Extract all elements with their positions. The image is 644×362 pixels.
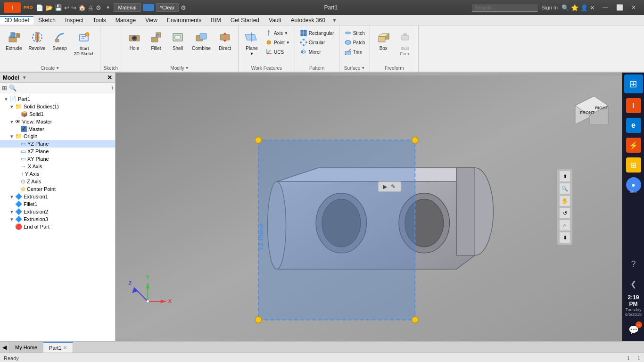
menu-vault[interactable]: Vault — [264, 16, 286, 25]
start2dsketch-btn[interactable]: + Start2D Sketch — [71, 28, 98, 58]
search-icon[interactable]: 🔍 — [561, 4, 569, 11]
save-btn[interactable]: 💾 — [55, 4, 62, 11]
minimize-btn[interactable]: — — [599, 2, 612, 13]
ucs-btn[interactable]: UCS — [263, 47, 292, 57]
sign-in-btn[interactable]: Sign In — [542, 5, 558, 10]
pan-up-btn[interactable]: ⬆ — [559, 171, 570, 182]
menu-manage[interactable]: Manage — [111, 16, 140, 25]
menu-inspect[interactable]: Inspect — [60, 16, 88, 25]
view-expand[interactable]: ▼ — [9, 119, 15, 124]
tree-yzplane[interactable]: ▶ ▭ YZ Plane — [0, 140, 115, 148]
tree-zaxis[interactable]: ▶ ⊙ Z Axis — [0, 178, 115, 185]
modify-group-arrow[interactable]: ▼ — [185, 66, 189, 70]
origin-expand[interactable]: ▼ — [9, 134, 15, 139]
quick-access-dropdown[interactable]: ▼ — [106, 5, 110, 10]
tab-part1[interactable]: Part1 ✕ — [43, 342, 73, 353]
tree-origin[interactable]: ▼ 📁 Origin — [0, 132, 115, 140]
tree-xzplane[interactable]: ▶ ▭ XZ Plane — [0, 148, 115, 155]
new-btn[interactable]: 📄 — [36, 4, 43, 11]
patch-btn[interactable]: Patch — [342, 38, 367, 47]
extrusion3-expand[interactable]: ▼ — [9, 217, 15, 222]
tree-view-master[interactable]: ▼ 👁 View: Master — [0, 118, 115, 125]
search-tree-icon[interactable]: 🔍 — [9, 84, 17, 91]
pan-down-btn[interactable]: ⬇ — [559, 232, 570, 243]
maximize-btn[interactable]: ⬜ — [613, 2, 626, 13]
master-checkbox[interactable]: ✓ — [21, 126, 27, 132]
zoom-btn[interactable]: 🔍 — [559, 183, 570, 194]
home-btn[interactable]: 🏠 — [78, 4, 86, 11]
trim-btn[interactable]: Trim — [342, 47, 367, 57]
display-settings[interactable]: ⚙ — [181, 4, 186, 11]
fillet-btn[interactable]: Fillet — [146, 28, 166, 53]
menu-environments[interactable]: Environments — [162, 16, 206, 25]
flash-icon[interactable]: ⚡ — [624, 136, 643, 155]
menu-tools[interactable]: Tools — [88, 16, 111, 25]
tree-fillet1[interactable]: ▶ 🔷 Fillet1 — [0, 200, 115, 208]
edge-icon[interactable]: e — [624, 116, 643, 135]
print-btn[interactable]: 🖨 — [88, 4, 94, 11]
expand-panel-icon[interactable]: ⟩ — [111, 85, 113, 91]
apps-icon[interactable]: ⊞ — [624, 156, 643, 174]
menu-sketch[interactable]: Sketch — [33, 16, 60, 25]
home-view-btn[interactable]: ⌂ — [559, 220, 570, 231]
tree-centerpoint[interactable]: ▶ ⊕ Center Point — [0, 185, 115, 193]
tree-solid1[interactable]: ▶ 📦 Solid1 — [0, 110, 115, 118]
tree-master[interactable]: ▶ ✓ Master — [0, 125, 115, 132]
viewport[interactable]: YZ Plane ▶ ✎ Z Y X — [116, 73, 622, 341]
solidbodies-expand[interactable]: ▼ — [9, 104, 15, 109]
extrude-btn[interactable]: Extrude — [3, 28, 25, 53]
tree-part1[interactable]: ▼ 📄 Part1 — [0, 95, 115, 103]
plane-btn[interactable]: Plane ▼ — [241, 28, 262, 58]
redo-btn[interactable]: ↪ — [71, 4, 76, 11]
revolve-btn[interactable]: Revolve — [25, 28, 48, 53]
windows-start-btn[interactable]: ⊞ — [624, 74, 643, 93]
extrusion2-expand[interactable]: ▼ — [9, 209, 15, 214]
help-icon[interactable]: ? — [624, 255, 643, 273]
model-panel-dropdown[interactable]: ▼ — [22, 75, 27, 80]
menu-getstarted[interactable]: Get Started — [226, 16, 264, 25]
filter-icon[interactable]: ⊞ — [2, 84, 7, 91]
bookmark-icon[interactable]: ⭐ — [571, 4, 578, 11]
create-group-arrow[interactable]: ▼ — [56, 66, 59, 70]
shell-btn[interactable]: Shell — [167, 28, 188, 53]
rectangular-btn[interactable]: Rectangular — [298, 28, 336, 38]
tree-extrusion3[interactable]: ▼ 🔷 Extrusion3 — [0, 215, 115, 223]
plane-arrow[interactable]: ▼ — [250, 51, 254, 57]
menu-view[interactable]: View — [140, 16, 162, 25]
combine-btn[interactable]: Combine — [189, 28, 214, 53]
clear-dropdown[interactable]: *Clear — [156, 3, 179, 12]
tree-solidbodies[interactable]: ▼ 📁 Solid Bodies(1) — [0, 103, 115, 110]
user-icon[interactable]: 👤 — [580, 4, 588, 11]
circular-btn[interactable]: Circular — [298, 38, 336, 47]
props-btn[interactable]: ⚙ — [96, 4, 101, 11]
chrome-icon[interactable]: ● Sh... — [624, 175, 643, 194]
close-btn[interactable]: ✕ — [627, 2, 640, 13]
undo-btn[interactable]: ↩ — [64, 4, 69, 11]
nav-cube[interactable]: FRONT RIGHT — [570, 82, 613, 124]
mirror-btn[interactable]: Mirror — [298, 47, 336, 57]
tree-endofpart[interactable]: ▶ 🔴 End of Part — [0, 223, 115, 230]
menu-bim[interactable]: BIM — [206, 16, 225, 25]
part1-expand[interactable]: ▼ — [4, 97, 9, 102]
axis-arrow[interactable]: ▼ — [284, 31, 288, 35]
menu-3dmodel[interactable]: 3D Model — [0, 16, 33, 25]
tree-extrusion2[interactable]: ▼ 🔷 Extrusion2 — [0, 208, 115, 215]
tree-extrusion1[interactable]: ▼ 🔷 Extrusion1 — [0, 193, 115, 200]
tab-scroll-left[interactable]: ◀ — [0, 342, 9, 353]
material-dropdown[interactable]: Material — [114, 3, 140, 12]
autodesk-icon[interactable]: I — [624, 96, 643, 115]
axis-btn[interactable]: Axis ▼ — [263, 28, 292, 38]
editform-btn[interactable]: EditForm — [395, 28, 415, 58]
tree-xaxis[interactable]: ▶ → X Axis — [0, 163, 115, 170]
box-btn[interactable]: Box — [373, 28, 394, 53]
chat-btn[interactable]: 💬 3 — [624, 321, 643, 339]
search-input[interactable] — [472, 4, 538, 12]
extrusion1-expand[interactable]: ▼ — [9, 194, 15, 199]
menu-more[interactable]: ▼ — [332, 17, 337, 23]
close-x-icon[interactable]: ✕ — [590, 4, 595, 11]
expand-icon[interactable]: ❮ — [624, 274, 643, 293]
pan-btn[interactable]: ✋ — [559, 195, 570, 206]
direct-btn[interactable]: Direct — [215, 28, 235, 53]
point-btn[interactable]: Point ▼ — [263, 38, 292, 47]
menu-autodesk360[interactable]: Autodesk 360 — [286, 16, 330, 25]
